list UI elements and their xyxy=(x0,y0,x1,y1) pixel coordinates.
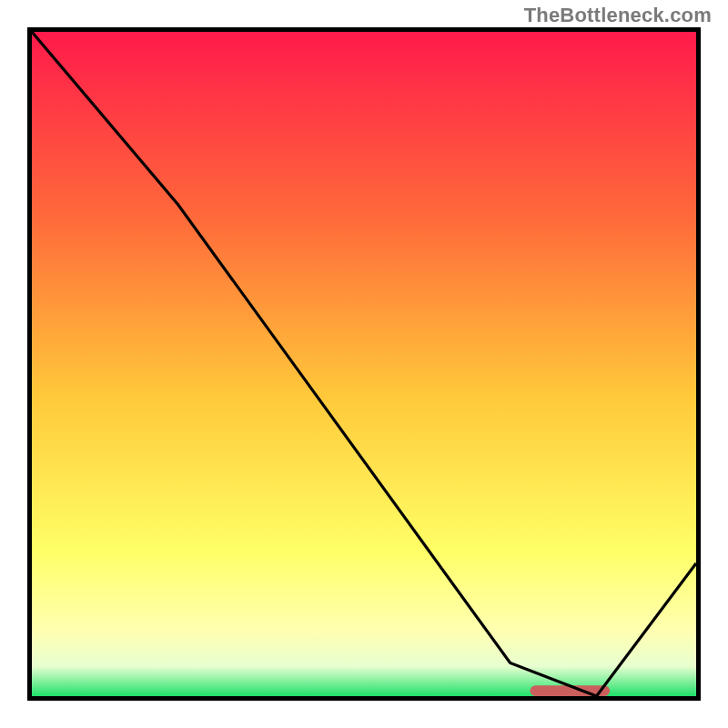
chart-frame xyxy=(27,27,701,701)
watermark-text: TheBottleneck.com xyxy=(524,4,712,27)
bottleneck-chart xyxy=(32,32,696,696)
chart-background xyxy=(32,32,696,696)
